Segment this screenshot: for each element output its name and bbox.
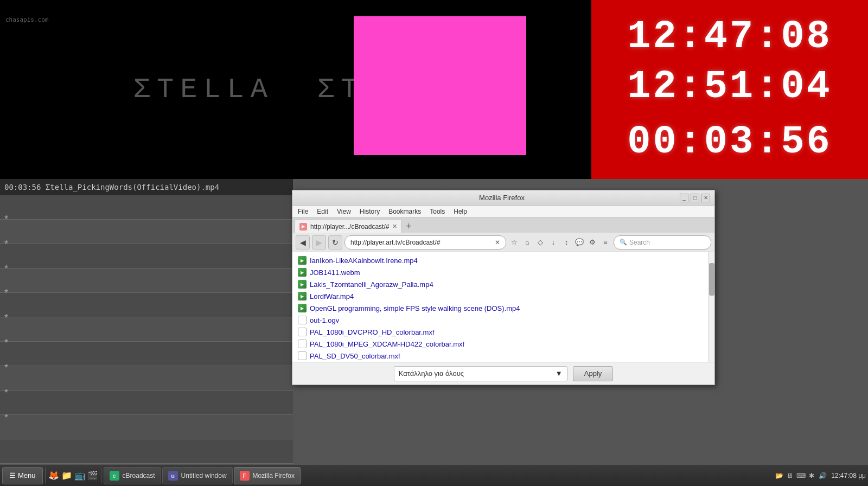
start-menu-button[interactable]: ☰ Menu: [2, 467, 43, 484]
tab-close-icon[interactable]: ✕: [392, 223, 397, 230]
taskbar: ☰ Menu 🦊 📁 📺 🎬 c cBroadcast u Untitled w…: [0, 464, 868, 486]
system-tray: 📂 🖥 ⌨ ✱ 🔊 12:47:08 μμ: [775, 471, 866, 480]
taskbar-app-untitled[interactable]: u Untitled window: [162, 467, 233, 484]
list-item[interactable]: PAL_1080i_MPEG_XDCAM-HD422_colorbar.mxf: [292, 338, 708, 350]
desktop: * * * * * * * * * chasapis.com ΣTELLA ΣT…: [0, 0, 868, 464]
start-menu-icon: ☰: [9, 471, 16, 479]
scrollbar[interactable]: [708, 252, 714, 362]
tray-bluetooth-icon[interactable]: ✱: [807, 471, 816, 480]
menu-help[interactable]: Help: [450, 207, 470, 216]
file-icon-doc: [298, 328, 307, 336]
clock-timer: 00:03:56: [627, 120, 832, 164]
star-marker-4: *: [4, 287, 8, 299]
close-button[interactable]: ✕: [701, 194, 710, 202]
file-name: Lakis_Tzorntanelli_Agorazw_Palia.mp4: [310, 280, 433, 289]
download-icon[interactable]: ↓: [547, 236, 559, 248]
list-item[interactable]: out-1.ogv: [292, 314, 708, 326]
taskbar-app-firefox[interactable]: F Mozilla Firefox: [234, 467, 301, 484]
rating-dropdown[interactable]: Κατάλληλο για όλους ▼: [394, 366, 567, 381]
url-text: http://player.art.tv/cBroadcast/#: [350, 239, 493, 246]
menu-file[interactable]: File: [295, 207, 311, 216]
file-icon-video: ▶: [298, 268, 307, 277]
list-item[interactable]: ▶ IanIkon-LikeAKainbowIt.Irene.mp4: [292, 254, 708, 266]
menu-edit[interactable]: Edit: [314, 207, 331, 216]
star-marker-2: *: [4, 239, 8, 250]
menu-history[interactable]: History: [356, 207, 383, 216]
refresh-button[interactable]: ↻: [328, 235, 342, 250]
file-icon-video: ▶: [298, 256, 307, 265]
star-marker-8: *: [4, 387, 8, 399]
list-item[interactable]: ▶ Lakis_Tzorntanelli_Agorazw_Palia.mp4: [292, 278, 708, 290]
browser-tab-active[interactable]: ▶ http://player.../cBroadcast/# ✕: [295, 220, 402, 233]
list-item[interactable]: ▶ OpenGL programming, simple FPS style w…: [292, 302, 708, 314]
minimize-button[interactable]: _: [680, 194, 688, 202]
taskbar-files-quicklaunch[interactable]: 📁: [61, 470, 73, 482]
list-item[interactable]: ▶ JOB1411.webm: [292, 266, 708, 278]
firefox-taskbar-icon: F: [240, 471, 250, 481]
chat-icon[interactable]: 💬: [573, 236, 585, 248]
file-icon-doc: [298, 340, 307, 348]
dropdown-chevron-icon: ▼: [556, 369, 563, 378]
firefox-window-title: Mozilla Firefox: [324, 194, 680, 202]
star-marker-5: *: [4, 312, 8, 324]
taskbar-app-label-firefox: Mozilla Firefox: [253, 472, 295, 479]
menu-tools[interactable]: Tools: [426, 207, 448, 216]
taskbar-firefox-quicklaunch[interactable]: 🦊: [48, 470, 60, 482]
nav-toolbar-icons: ☆ ⌂ ◇ ↓ ↕ 💬 ⚙ ≡: [508, 236, 611, 248]
firefox-menubar: File Edit View History Bookmarks Tools H…: [292, 206, 714, 218]
tray-files-icon[interactable]: 📂: [775, 471, 783, 480]
star-marker-3: *: [4, 263, 8, 274]
file-list[interactable]: ▶ IanIkon-LikeAKainbowIt.Irene.mp4 ▶ JOB…: [292, 252, 708, 362]
file-name: PAL_1080i_DVCPRO_HD_colorbar.mxf: [310, 328, 435, 336]
menu-view[interactable]: View: [334, 207, 354, 216]
settings-icon[interactable]: ⚙: [586, 236, 598, 248]
dropdown-value: Κατάλληλο για όλους: [399, 369, 464, 378]
file-name: PAL_1080i_MPEG_XDCAM-HD422_colorbar.mxf: [310, 340, 464, 348]
firefox-navbar: ◀ ▶ ↻ http://player.art.tv/cBroadcast/# …: [292, 233, 714, 252]
menu-bookmarks[interactable]: Bookmarks: [385, 207, 424, 216]
forward-button[interactable]: ▶: [312, 235, 326, 250]
list-item[interactable]: PAL_SD_DV50_colorbar.mxf: [292, 350, 708, 362]
video-area: chasapis.com ΣTELLA ΣTELLA: [0, 0, 591, 179]
taskbar-media-quicklaunch[interactable]: 🎬: [87, 470, 99, 482]
taskbar-app-cbroadcast[interactable]: c cBroadcast: [104, 467, 161, 484]
apply-button[interactable]: Apply: [573, 366, 614, 381]
file-icon-doc: [298, 316, 307, 324]
clock-time-secondary: 12:51:04: [627, 65, 832, 109]
firefox-tabbar: ▶ http://player.../cBroadcast/# ✕ +: [292, 218, 714, 233]
file-name: LordfWar.mp4: [310, 292, 354, 300]
sync-icon[interactable]: ↕: [560, 236, 572, 248]
start-menu-label: Menu: [18, 471, 36, 479]
list-item[interactable]: ▶ LordfWar.mp4: [292, 290, 708, 302]
taskbar-terminal-quicklaunch[interactable]: 📺: [74, 470, 86, 482]
search-placeholder-text: Search: [629, 239, 650, 246]
url-bar[interactable]: http://player.art.tv/cBroadcast/# ✕: [344, 235, 506, 250]
file-icon-video: ▶: [298, 280, 307, 289]
maximize-button[interactable]: □: [691, 194, 699, 202]
window-controls[interactable]: _ □ ✕: [680, 194, 710, 202]
video-status-bar: 00:03:56 Σtella_PickingWords(OfficialVid…: [0, 179, 293, 195]
taskbar-time: 12:47:08 μμ: [831, 472, 866, 479]
cbroadcast-icon: c: [110, 471, 119, 481]
tray-volume-icon[interactable]: 🔊: [818, 471, 827, 480]
url-clear-icon[interactable]: ✕: [495, 239, 500, 246]
video-status-text: 00:03:56 Σtella_PickingWords(OfficialVid…: [4, 183, 219, 191]
studio-logo: chasapis.com: [5, 16, 48, 23]
untitled-window-icon: u: [168, 471, 178, 481]
file-icon-doc: [298, 351, 307, 360]
back-button[interactable]: ◀: [296, 235, 310, 250]
home-icon[interactable]: ⌂: [521, 236, 533, 248]
star-marker-1: *: [4, 214, 8, 225]
pocket-icon[interactable]: ◇: [534, 236, 546, 248]
menu-icon[interactable]: ≡: [599, 236, 611, 248]
scrollbar-thumb[interactable]: [709, 263, 714, 296]
list-item[interactable]: PAL_1080i_DVCPRO_HD_colorbar.mxf: [292, 326, 708, 338]
star-marker-9: *: [4, 412, 8, 424]
search-bar[interactable]: 🔍 Search: [614, 235, 711, 250]
tray-display-icon[interactable]: 🖥: [786, 471, 794, 480]
bookmark-star-icon[interactable]: ☆: [508, 236, 520, 248]
new-tab-button[interactable]: +: [402, 220, 415, 233]
file-name: PAL_SD_DV50_colorbar.mxf: [310, 352, 400, 360]
tray-keyboard-icon[interactable]: ⌨: [796, 471, 805, 480]
star-marker-7: *: [4, 362, 8, 374]
